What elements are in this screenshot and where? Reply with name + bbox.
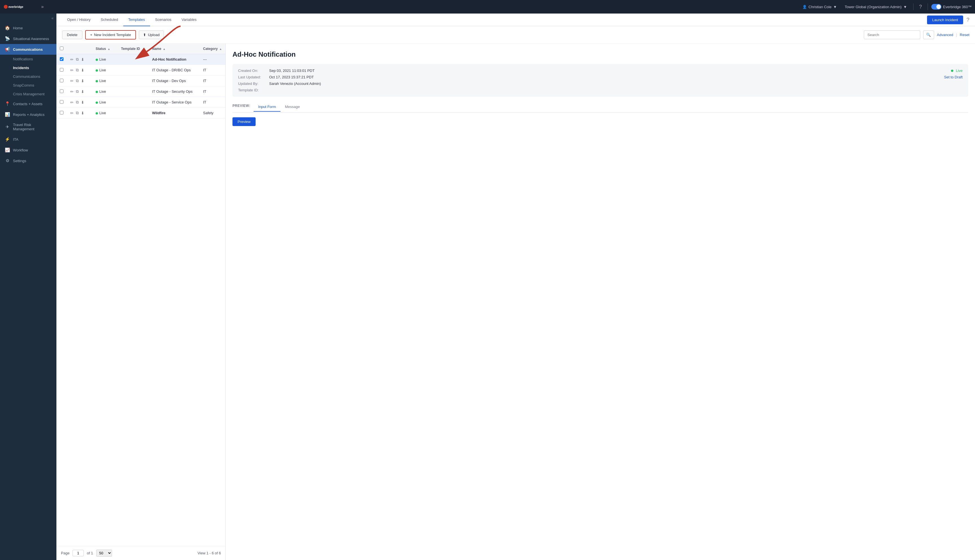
sidebar-item-label: Workflow xyxy=(13,148,28,152)
sidebar-item-label: Communications xyxy=(13,47,43,52)
tab-scenarios[interactable]: Scenarios xyxy=(150,13,177,26)
preview-tab-message[interactable]: Message xyxy=(280,102,304,112)
templates-table: Status ▲ Template ID Name ▲ xyxy=(57,44,225,118)
org-menu[interactable]: Tower Global (Organization Admin) ▼ xyxy=(842,4,910,10)
copy-icon[interactable]: ⧉ xyxy=(76,68,79,72)
logo: everbridge xyxy=(3,3,34,11)
tab-open-history[interactable]: Open / History xyxy=(62,13,96,26)
table-row[interactable]: ✏ ⧉ ⬇ Live Ad-Hoc Notification --- xyxy=(57,54,225,65)
sidebar-sub-incidents[interactable]: Incidents xyxy=(0,63,57,72)
download-icon[interactable]: ⬇ xyxy=(81,79,84,83)
tab-templates[interactable]: Templates xyxy=(123,13,150,26)
copy-icon[interactable]: ⧉ xyxy=(76,78,79,83)
row-checkbox[interactable] xyxy=(60,57,63,61)
contacts-assets-icon: 📍 xyxy=(5,101,10,106)
download-icon[interactable]: ⬇ xyxy=(81,111,84,115)
sidebar-item-settings[interactable]: ⚙ Settings xyxy=(0,155,57,166)
upload-label: Upload xyxy=(148,33,159,37)
sidebar-item-ita[interactable]: ⚡ ITA xyxy=(0,134,57,145)
content-help-icon[interactable]: ? xyxy=(967,17,969,23)
delete-button[interactable]: Delete xyxy=(62,30,82,39)
sidebar-sub-notifications[interactable]: Notifications xyxy=(0,55,57,63)
row-checkbox[interactable] xyxy=(60,100,63,104)
edit-icon[interactable]: ✏ xyxy=(70,68,73,72)
sidebar-sub-crisis-management[interactable]: Crisis Management xyxy=(0,90,57,98)
toggle-360-label: Everbridge 360™ xyxy=(943,5,972,9)
upload-button[interactable]: ⬆ Upload xyxy=(139,30,164,39)
download-icon[interactable]: ⬇ xyxy=(81,57,84,62)
table-row[interactable]: ✏ ⧉ ⬇ Live IT Outage - Security Ops IT xyxy=(57,86,225,97)
template-id-header-label: Template ID xyxy=(121,47,140,51)
incidents-label: Incidents xyxy=(13,66,29,70)
sidebar-collapse-button[interactable]: « xyxy=(0,13,57,23)
per-page-select[interactable]: 50 25 100 xyxy=(96,550,112,557)
status-value: Live xyxy=(99,68,106,72)
row-checkbox[interactable] xyxy=(60,111,63,115)
status-value: Live xyxy=(99,100,106,104)
tab-scheduled[interactable]: Scheduled xyxy=(96,13,123,26)
sidebar-sub-communications[interactable]: Communications xyxy=(0,72,57,81)
status-dot xyxy=(96,58,98,61)
edit-icon[interactable]: ✏ xyxy=(70,100,73,105)
edit-icon[interactable]: ✏ xyxy=(70,89,73,94)
page-label: Page xyxy=(61,551,69,555)
preview-label: PREVIEW: xyxy=(232,104,250,108)
sidebar-item-reports-analytics[interactable]: 📊 Reports + Analytics xyxy=(0,109,57,120)
preview-button[interactable]: Preview xyxy=(232,117,255,126)
template-name: IT Outage - Security Ops xyxy=(149,86,200,97)
new-incident-template-button[interactable]: + New Incident Template xyxy=(85,30,136,40)
user-menu[interactable]: 👤 Christian Cole ▼ xyxy=(800,4,840,10)
sidebar-item-situational-awareness[interactable]: 📡 Situational Awareness xyxy=(0,33,57,44)
status-value: Live xyxy=(99,111,106,115)
launch-incident-button[interactable]: Launch Incident xyxy=(927,15,963,24)
sidebar-item-contacts-assets[interactable]: 📍 Contacts + Assets xyxy=(0,98,57,109)
sidebar-item-label: ITA xyxy=(13,137,18,142)
copy-icon[interactable]: ⧉ xyxy=(76,57,79,62)
row-checkbox[interactable] xyxy=(60,89,63,93)
search-input[interactable] xyxy=(864,30,920,39)
sidebar-item-communications[interactable]: 📢 Communications xyxy=(0,44,57,55)
template-category: --- xyxy=(200,54,225,65)
reset-link[interactable]: Reset xyxy=(960,33,969,37)
nav-360-toggle[interactable]: Everbridge 360™ xyxy=(931,4,972,10)
advanced-link[interactable]: Advanced xyxy=(937,33,953,37)
edit-icon[interactable]: ✏ xyxy=(70,111,73,115)
sidebar-item-home[interactable]: 🏠 Home xyxy=(0,23,57,33)
row-checkbox[interactable] xyxy=(60,79,63,82)
toggle-360[interactable] xyxy=(931,4,942,10)
th-status[interactable]: Status ▲ xyxy=(92,44,118,54)
sidebar-item-label: Reports + Analytics xyxy=(13,113,45,117)
th-name[interactable]: Name ▲ xyxy=(149,44,200,54)
sidebar-item-label: Settings xyxy=(13,159,26,163)
download-icon[interactable]: ⬇ xyxy=(81,68,84,72)
page-number-input[interactable] xyxy=(72,550,84,556)
help-button[interactable]: ? xyxy=(917,3,924,11)
copy-icon[interactable]: ⧉ xyxy=(76,100,79,105)
edit-icon[interactable]: ✏ xyxy=(70,57,73,62)
status-dot xyxy=(96,80,98,82)
table-row[interactable]: ✏ ⧉ ⬇ Live Wildfire Safety xyxy=(57,108,225,118)
table-row[interactable]: ✏ ⧉ ⬇ Live IT Outage - Dev Ops IT xyxy=(57,75,225,86)
created-on-label: Created On: xyxy=(238,68,269,73)
copy-icon[interactable]: ⧉ xyxy=(76,89,79,94)
sidebar-sub-snapcomms[interactable]: SnapComms xyxy=(0,81,57,90)
search-button[interactable]: 🔍 xyxy=(923,30,934,39)
template-id-label: Template ID: xyxy=(238,88,269,92)
tab-variables[interactable]: Variables xyxy=(177,13,202,26)
table-row[interactable]: ✏ ⧉ ⬇ Live IT Outage - Service Ops IT xyxy=(57,97,225,108)
status-sort-icon: ▲ xyxy=(107,47,110,50)
nav-expand-button[interactable]: » xyxy=(39,3,46,10)
preview-tab-input-form[interactable]: Input Form xyxy=(254,102,280,112)
table-row[interactable]: ✏ ⧉ ⬇ Live IT Outage - DR/BC Ops IT xyxy=(57,65,225,75)
download-icon[interactable]: ⬇ xyxy=(81,100,84,105)
row-checkbox[interactable] xyxy=(60,68,63,72)
th-category[interactable]: Category ▲ xyxy=(200,44,225,54)
set-to-draft-link[interactable]: Set to Draft xyxy=(944,75,963,79)
copy-icon[interactable]: ⧉ xyxy=(76,110,79,115)
sidebar-item-travel-risk[interactable]: ✈ Travel Risk Management xyxy=(0,120,57,134)
updated-by-label: Updated By: xyxy=(238,82,269,86)
edit-icon[interactable]: ✏ xyxy=(70,79,73,83)
sidebar-item-workflow[interactable]: 📈 Workflow xyxy=(0,145,57,155)
download-icon[interactable]: ⬇ xyxy=(81,89,84,94)
select-all-checkbox[interactable] xyxy=(60,47,63,50)
